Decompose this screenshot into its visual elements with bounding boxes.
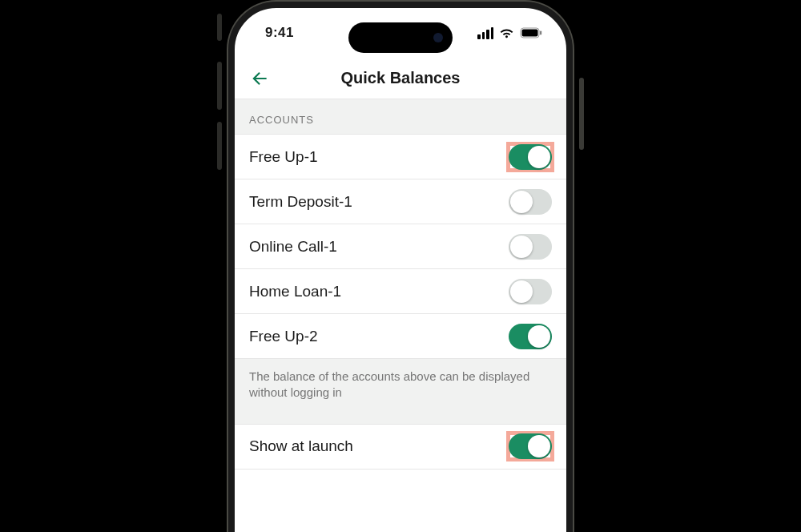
dynamic-island — [348, 22, 453, 53]
status-indicators — [477, 27, 542, 39]
toggle-knob — [528, 146, 550, 168]
account-label: Free Up-1 — [249, 148, 318, 166]
account-toggle[interactable] — [509, 324, 552, 349]
toggle-knob — [528, 435, 550, 457]
toggle-knob — [510, 280, 533, 303]
show-at-launch-label: Show at launch — [249, 437, 353, 455]
toggle-knob — [510, 236, 533, 258]
accounts-list: Free Up-1Term Deposit-1Online Call-1Home… — [235, 135, 566, 359]
account-toggle[interactable] — [509, 189, 552, 215]
phone-volume-up — [217, 62, 222, 110]
account-label: Free Up-2 — [249, 328, 318, 345]
account-toggle[interactable] — [509, 234, 552, 260]
svg-rect-2 — [540, 31, 541, 35]
account-row: Term Deposit-1 — [235, 179, 566, 224]
section-header-accounts: ACCOUNTS — [235, 99, 566, 135]
account-label: Term Deposit-1 — [249, 193, 352, 211]
highlight-frame — [506, 431, 554, 461]
account-label: Home Loan-1 — [249, 283, 341, 300]
svg-rect-1 — [522, 30, 538, 37]
arrow-left-icon — [249, 68, 270, 89]
phone-screen: 9:41 Quick Balances ACCOUNTS Free Up-1Te… — [228, 2, 573, 532]
highlight-frame — [506, 142, 554, 172]
phone-frame-wrap: 9:41 Quick Balances ACCOUNTS Free Up-1Te… — [228, 0, 573, 532]
toggle-knob — [528, 325, 550, 348]
account-row: Online Call-1 — [235, 224, 566, 269]
toggle-knob — [510, 191, 533, 213]
app-header: Quick Balances — [235, 58, 566, 99]
account-toggle[interactable] — [509, 144, 552, 170]
show-at-launch-row: Show at launch — [235, 425, 566, 470]
battery-icon — [520, 27, 542, 38]
page-title: Quick Balances — [341, 69, 461, 87]
account-label: Online Call-1 — [249, 238, 337, 256]
back-button[interactable] — [246, 65, 273, 92]
show-at-launch-toggle[interactable] — [509, 433, 552, 459]
account-row: Home Loan-1 — [235, 269, 566, 314]
phone-power-button — [579, 78, 584, 150]
cellular-icon — [477, 27, 493, 39]
status-time: 9:41 — [265, 25, 294, 41]
account-row: Free Up-2 — [235, 314, 566, 359]
account-row: Free Up-1 — [235, 135, 566, 179]
phone-side-button — [217, 14, 222, 41]
phone-volume-down — [217, 122, 222, 170]
accounts-caption: The balance of the accounts above can be… — [235, 359, 566, 425]
account-toggle[interactable] — [509, 279, 552, 304]
wifi-icon — [499, 27, 514, 38]
